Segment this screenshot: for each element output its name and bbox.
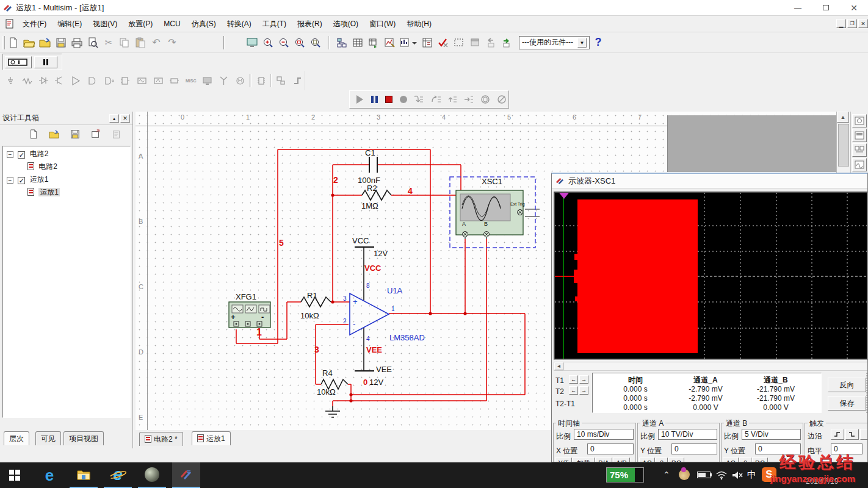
- tree-checkbox-icon[interactable]: ✓: [18, 151, 25, 159]
- place-cmos-icon[interactable]: [102, 73, 116, 88]
- channel-b-zero-button[interactable]: 0: [739, 458, 751, 462]
- component-opamp-u1a[interactable]: [342, 287, 397, 342]
- tree-checkbox-icon[interactable]: ✓: [18, 177, 25, 184]
- t2-left-button[interactable]: ←: [569, 386, 578, 395]
- place-misc-digital-icon[interactable]: [118, 73, 132, 88]
- tray-ime-indicator[interactable]: 中: [747, 469, 756, 481]
- tree-expander-icon[interactable]: −: [7, 177, 13, 184]
- tree-label[interactable]: 电路2: [38, 162, 57, 171]
- zoom-fit-icon[interactable]: [308, 35, 323, 50]
- place-indicator-icon[interactable]: [151, 73, 165, 88]
- new-file-icon[interactable]: [6, 35, 21, 50]
- component-c1[interactable]: [364, 149, 383, 176]
- spreadsheet-view-icon[interactable]: [350, 35, 365, 50]
- trigger-ext-button[interactable]: [860, 429, 868, 440]
- menu-window[interactable]: 窗口(W): [364, 16, 401, 32]
- timebase-ba-button[interactable]: B/A: [595, 458, 612, 462]
- pause-switch-button[interactable]: [34, 56, 57, 68]
- timebase-ab-button[interactable]: A/B: [613, 458, 630, 462]
- tree-label[interactable]: 电路2: [30, 149, 49, 158]
- start-button[interactable]: [0, 462, 29, 488]
- menu-transfer[interactable]: 转换(A): [222, 16, 257, 32]
- tab-sheet-circuit2[interactable]: 电路2 *: [139, 432, 183, 446]
- place-bus-icon[interactable]: [291, 73, 305, 88]
- back-annotate-icon[interactable]: [483, 35, 498, 50]
- instrument-multimeter-icon[interactable]: [852, 114, 867, 127]
- panel-close-button[interactable]: ✕: [120, 114, 130, 123]
- place-analog-icon[interactable]: [69, 73, 83, 88]
- menu-reports[interactable]: 报表(R): [292, 16, 328, 32]
- place-misc-icon[interactable]: MISC: [184, 73, 198, 88]
- zoom-out-icon[interactable]: [277, 35, 291, 50]
- postprocessor-icon[interactable]: [420, 35, 435, 50]
- menu-options[interactable]: 选项(O): [328, 16, 364, 32]
- open-sample-icon[interactable]: [38, 35, 52, 50]
- analyses-dropdown-icon[interactable]: [398, 35, 419, 50]
- toolbar-grip[interactable]: [2, 36, 5, 49]
- scroll-thumb[interactable]: [838, 124, 849, 167]
- place-power-icon[interactable]: [167, 73, 181, 88]
- t2-right-button[interactable]: →: [579, 386, 588, 395]
- place-basic-icon[interactable]: [20, 73, 34, 88]
- taskbar-multisim-icon[interactable]: [172, 462, 200, 488]
- place-hierarchical-block-icon[interactable]: [274, 73, 288, 88]
- window-toggle-icon[interactable]: [468, 35, 482, 50]
- tab-project-view[interactable]: 项目视图: [63, 431, 104, 445]
- timebase-add-button[interactable]: 加载: [573, 458, 595, 462]
- place-diode-icon[interactable]: [37, 73, 51, 88]
- toolbox-new-icon[interactable]: [26, 127, 41, 142]
- redo-icon[interactable]: ↷: [165, 35, 179, 50]
- menu-simulate[interactable]: 仿真(S): [186, 16, 222, 32]
- copy-icon[interactable]: [117, 35, 132, 50]
- tree-label[interactable]: 运放1: [30, 175, 49, 184]
- fullscreen-icon[interactable]: [245, 35, 259, 50]
- toolbox-save-icon[interactable]: [68, 127, 82, 142]
- paste-icon[interactable]: [133, 35, 148, 50]
- menu-help[interactable]: 帮助(H): [401, 16, 437, 32]
- tray-app-icon[interactable]: [679, 469, 690, 480]
- save-button[interactable]: 保存: [828, 396, 866, 411]
- t1-left-button[interactable]: ←: [569, 375, 578, 384]
- run-simulation-icon[interactable]: [355, 92, 366, 107]
- forward-annotate-icon[interactable]: [499, 35, 514, 50]
- combo-dropdown-icon[interactable]: ▼: [577, 38, 587, 48]
- reverse-button[interactable]: 反向: [828, 378, 866, 392]
- menu-file[interactable]: 文件(F): [17, 16, 52, 32]
- mdi-restore-button[interactable]: ❐: [847, 19, 857, 28]
- tree-expander-icon[interactable]: −: [7, 151, 13, 158]
- tray-chevron-icon[interactable]: ⌃: [663, 470, 670, 479]
- taskbar-photos-app-icon[interactable]: [138, 462, 166, 488]
- grapher-icon[interactable]: [382, 35, 397, 50]
- channel-a-ypos-field[interactable]: 0: [671, 443, 717, 454]
- menu-mcu[interactable]: MCU: [158, 17, 186, 30]
- timebase-yt-button[interactable]: Y/T: [555, 458, 572, 462]
- design-toolbox-toggle-icon[interactable]: [335, 35, 349, 50]
- database-manager-icon[interactable]: [366, 35, 381, 50]
- tray-battery-icon[interactable]: [697, 472, 711, 478]
- minimize-button[interactable]: —: [784, 0, 812, 16]
- close-button[interactable]: ✕: [840, 0, 868, 16]
- toolbox-open-icon[interactable]: [47, 127, 62, 142]
- menu-tools[interactable]: 工具(T): [257, 16, 292, 32]
- place-transistor-icon[interactable]: [53, 73, 67, 88]
- oscilloscope-window[interactable]: 示波器-XSC1: [551, 173, 868, 462]
- tray-volume-muted-icon[interactable]: [730, 468, 745, 483]
- area-select-icon[interactable]: [452, 35, 466, 50]
- in-use-parts-combo[interactable]: ---使用的元件--- ▼: [519, 36, 590, 49]
- timebase-xpos-field[interactable]: 0: [587, 443, 634, 454]
- trigger-rising-edge-button[interactable]: [831, 429, 844, 440]
- place-mcu-icon[interactable]: [254, 73, 268, 88]
- taskbar-internet-explorer-icon[interactable]: e: [104, 462, 132, 488]
- place-source-icon[interactable]: [4, 73, 18, 88]
- zoom-in-icon[interactable]: [261, 35, 275, 50]
- maximize-button[interactable]: [812, 0, 840, 16]
- print-preview-icon[interactable]: [85, 35, 100, 50]
- mdi-minimize-button[interactable]: ▁: [836, 19, 846, 28]
- tree-item-yunfang1-project[interactable]: − ✓ 运放1: [3, 173, 130, 186]
- scroll-left-icon[interactable]: ◄: [554, 362, 563, 370]
- tree-label[interactable]: 运放1: [38, 188, 60, 196]
- undo-icon[interactable]: ↶: [149, 35, 164, 50]
- channel-a-zero-button[interactable]: 0: [656, 458, 668, 462]
- place-ttl-icon[interactable]: [85, 73, 99, 88]
- run-switch-button[interactable]: [5, 56, 32, 68]
